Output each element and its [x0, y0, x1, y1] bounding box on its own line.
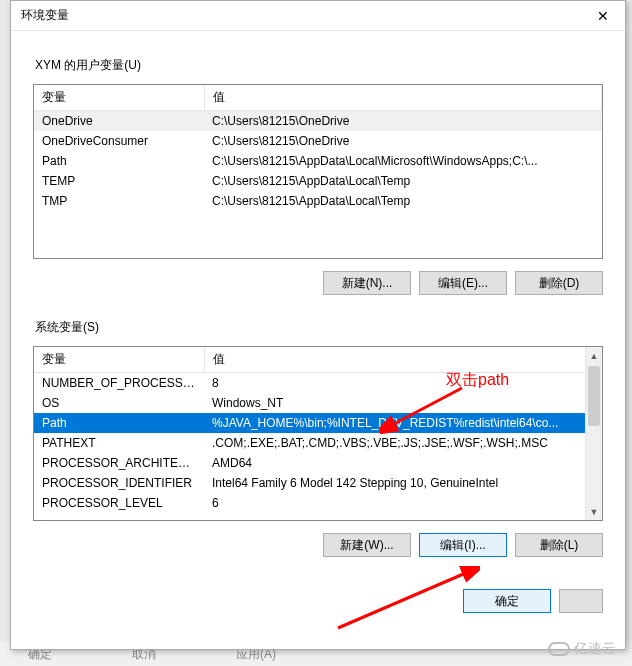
system-delete-button[interactable]: 删除(L)	[515, 533, 603, 557]
scrollbar[interactable]: ▲ ▼	[585, 347, 602, 520]
col-value[interactable]: 值	[204, 85, 602, 111]
table-row[interactable]: NUMBER_OF_PROCESSORS8	[34, 373, 602, 394]
user-new-button[interactable]: 新建(N)...	[323, 271, 411, 295]
table-row[interactable]: PROCESSOR_IDENTIFIERIntel64 Family 6 Mod…	[34, 473, 602, 493]
table-row-path[interactable]: Path%JAVA_HOME%\bin;%INTEL_DEV_REDIST%re…	[34, 413, 602, 433]
table-row[interactable]: PATHEXT.COM;.EXE;.BAT;.CMD;.VBS;.VBE;.JS…	[34, 433, 602, 453]
col-name[interactable]: 变量	[34, 347, 204, 373]
system-new-button[interactable]: 新建(W)...	[323, 533, 411, 557]
table-row[interactable]: PathC:\Users\81215\AppData\Local\Microso…	[34, 151, 602, 171]
user-vars-label: XYM 的用户变量(U)	[35, 57, 603, 74]
close-icon: ✕	[597, 8, 609, 24]
scroll-down-icon[interactable]: ▼	[586, 503, 602, 520]
table-row[interactable]: PROCESSOR_LEVEL6	[34, 493, 602, 513]
table-row[interactable]: TEMPC:\Users\81215\AppData\Local\Temp	[34, 171, 602, 191]
close-button[interactable]: ✕	[580, 1, 625, 31]
col-name[interactable]: 变量	[34, 85, 204, 111]
table-row[interactable]: OSWindows_NT	[34, 393, 602, 413]
ok-button[interactable]: 确定	[463, 589, 551, 613]
table-row[interactable]: TMPC:\Users\81215\AppData\Local\Temp	[34, 191, 602, 211]
scroll-up-icon[interactable]: ▲	[586, 347, 602, 364]
table-row[interactable]: OneDriveConsumerC:\Users\81215\OneDrive	[34, 131, 602, 151]
user-edit-button[interactable]: 编辑(E)...	[419, 271, 507, 295]
system-edit-button[interactable]: 编辑(I)...	[419, 533, 507, 557]
env-vars-dialog: 环境变量 ✕ XYM 的用户变量(U) 变量 值 OneDriveC:\User…	[10, 0, 626, 650]
scroll-thumb[interactable]	[588, 366, 600, 426]
window-title: 环境变量	[21, 7, 580, 24]
user-vars-table[interactable]: 变量 值 OneDriveC:\Users\81215\OneDrive One…	[33, 84, 603, 259]
system-vars-label: 系统变量(S)	[35, 319, 603, 336]
system-vars-table[interactable]: 变量 值 NUMBER_OF_PROCESSORS8 OSWindows_NT …	[33, 346, 603, 521]
titlebar[interactable]: 环境变量 ✕	[11, 1, 625, 31]
cancel-button[interactable]	[559, 589, 603, 613]
user-delete-button[interactable]: 删除(D)	[515, 271, 603, 295]
col-value[interactable]: 值	[204, 347, 602, 373]
table-row[interactable]: PROCESSOR_ARCHITECT...AMD64	[34, 453, 602, 473]
table-row[interactable]: OneDriveC:\Users\81215\OneDrive	[34, 111, 602, 132]
